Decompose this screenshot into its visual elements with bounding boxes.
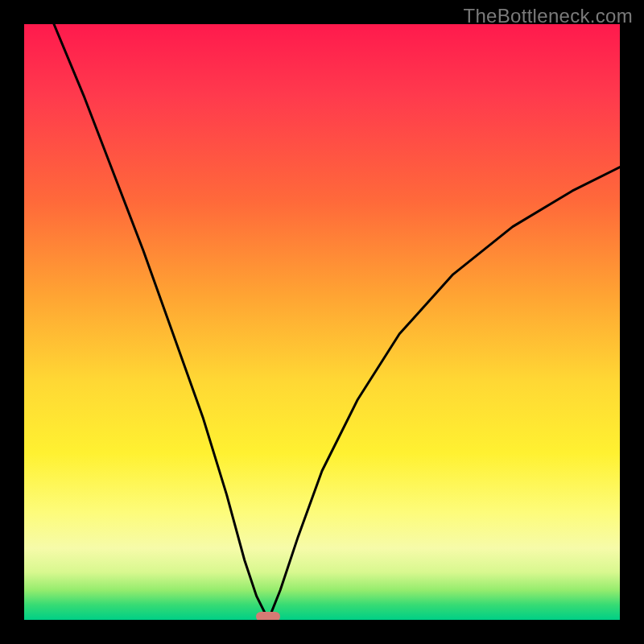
plot-area [24,24,620,620]
bottleneck-curve [24,24,620,620]
chart-frame: TheBottleneck.com [0,0,644,644]
curve-path [54,24,620,620]
optimum-marker [256,612,280,620]
